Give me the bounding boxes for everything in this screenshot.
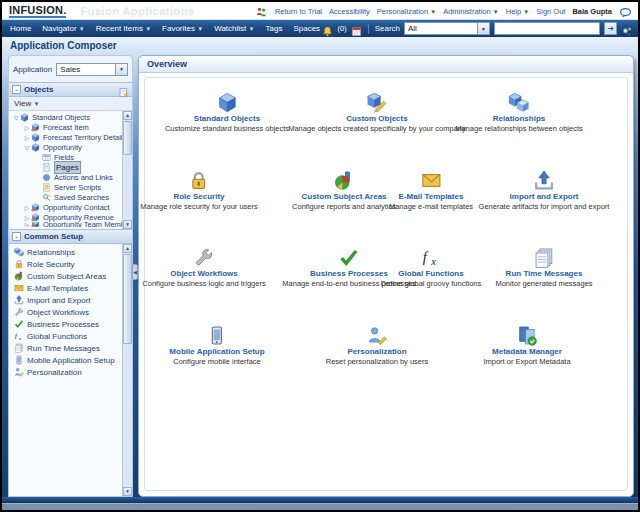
nav-item-tags[interactable]: Tags bbox=[265, 24, 282, 33]
common-setup-item-mobile-application-setup[interactable]: Mobile Application Setup bbox=[9, 354, 122, 366]
search-go-button[interactable]: ➜ bbox=[604, 22, 617, 35]
collapsed-triangle-icon[interactable]: ▷ bbox=[23, 222, 31, 227]
search-input[interactable] bbox=[494, 22, 600, 35]
tile-import-and-export[interactable]: Import and ExportGenerate artifacts for … bbox=[479, 170, 610, 211]
common-setup-item-business-processes[interactable]: Business Processes bbox=[9, 318, 122, 330]
collapse-objects-icon[interactable]: ⌄ bbox=[12, 85, 21, 94]
scroll-down-icon[interactable]: ▼ bbox=[123, 220, 132, 229]
tile-relationships[interactable]: RelationshipsManage relationships betwee… bbox=[455, 92, 583, 133]
scroll-up-icon[interactable]: ▲ bbox=[123, 244, 132, 253]
top-link-administration[interactable]: Administration ▼ bbox=[443, 7, 499, 16]
lock-icon bbox=[14, 259, 24, 269]
advanced-search-icon[interactable] bbox=[621, 23, 632, 34]
nav-item-watchlist[interactable]: Watchlist ▼ bbox=[214, 24, 254, 33]
top-link-help[interactable]: Help ▼ bbox=[506, 7, 529, 16]
application-select[interactable]: Sales▼ bbox=[56, 63, 128, 76]
tile-title[interactable]: Metadata Manager bbox=[483, 347, 570, 356]
common-setup-item-role-security[interactable]: Role Security bbox=[9, 258, 122, 270]
nav-item-favorites[interactable]: Favorites ▼ bbox=[162, 24, 203, 33]
tree-item-opportunity-revenue[interactable]: ▷Opportunity Revenue bbox=[9, 212, 122, 222]
nav-item-navigator[interactable]: Navigator ▼ bbox=[42, 24, 84, 33]
common-setup-item-e-mail-templates[interactable]: E-Mail Templates bbox=[9, 282, 122, 294]
tree-item-standard-objects[interactable]: ▽Standard Objects bbox=[9, 112, 122, 122]
tile-description: Customize standard business objects bbox=[165, 124, 289, 133]
common-setup-item-object-workflows[interactable]: Object Workflows bbox=[9, 306, 122, 318]
common-setup-item-run-time-messages[interactable]: Run Time Messages bbox=[9, 342, 122, 354]
tile-run-time-messages[interactable]: Run Time MessagesMonitor generated messa… bbox=[495, 247, 592, 288]
common-setup-scrollbar[interactable]: ▲ ▼ bbox=[122, 244, 132, 496]
scrollbar-thumb[interactable] bbox=[123, 254, 132, 344]
notifications-bell-icon[interactable] bbox=[322, 23, 333, 34]
new-object-icon[interactable] bbox=[118, 84, 129, 95]
top-link-return-to-trial[interactable]: Return to Trial bbox=[275, 7, 322, 16]
tile-custom-objects[interactable]: Custom ObjectsManage objects created spe… bbox=[288, 92, 466, 133]
collapsed-triangle-icon[interactable]: ▷ bbox=[23, 204, 31, 211]
tree-item-opportunity[interactable]: ▽Opportunity bbox=[9, 142, 122, 152]
top-link-sign-out[interactable]: Sign Out bbox=[536, 7, 565, 16]
tree-item-actions-and-links[interactable]: Actions and Links bbox=[9, 172, 122, 182]
tile-mobile-application-setup[interactable]: Mobile Application SetupConfigure mobile… bbox=[169, 325, 264, 366]
tile-e-mail-templates[interactable]: E-Mail TemplatesManage e-mail templates bbox=[389, 170, 473, 211]
tile-title[interactable]: Global Functions bbox=[381, 269, 481, 278]
mail-icon bbox=[421, 170, 442, 191]
fusion-applications-watermark: Fusion Applications bbox=[80, 5, 194, 17]
collapsed-triangle-icon[interactable]: ▷ bbox=[23, 124, 31, 131]
nav-item-spaces[interactable]: Spaces bbox=[293, 24, 320, 33]
tile-title[interactable]: Role Security bbox=[140, 192, 258, 201]
tile-title[interactable]: Relationships bbox=[455, 114, 583, 123]
import-icon bbox=[14, 295, 24, 305]
tree-item-forecast-territory-details[interactable]: ▷Forecast Territory Details bbox=[9, 132, 122, 142]
common-setup-list: RelationshipsRole SecurityCustom Subject… bbox=[9, 244, 132, 496]
tile-title[interactable]: Mobile Application Setup bbox=[169, 347, 264, 356]
collapsed-triangle-icon[interactable]: ▷ bbox=[23, 134, 31, 141]
tree-item-server-scripts[interactable]: Server Scripts bbox=[9, 182, 122, 192]
tree-item-pages[interactable]: Pages bbox=[9, 162, 122, 172]
tile-title[interactable]: Custom Objects bbox=[288, 114, 466, 123]
calendar-icon[interactable] bbox=[351, 23, 362, 34]
common-setup-item-global-functions[interactable]: fxGlobal Functions bbox=[9, 330, 122, 342]
tile-title[interactable]: Personalization bbox=[326, 347, 429, 356]
expanded-triangle-icon[interactable]: ▽ bbox=[23, 144, 31, 151]
tree-item-saved-searches[interactable]: Saved Searches bbox=[9, 192, 122, 202]
tile-title[interactable]: Custom Subject Areas bbox=[292, 192, 396, 201]
tile-title[interactable]: E-Mail Templates bbox=[389, 192, 473, 201]
search-scope-select[interactable]: All▼ bbox=[404, 22, 490, 35]
tile-title[interactable]: Object Workflows bbox=[142, 269, 265, 278]
tile-metadata-manager[interactable]: Metadata ManagerImport or Export Metadat… bbox=[483, 325, 570, 366]
common-setup-item-custom-subject-areas[interactable]: Custom Subject Areas bbox=[9, 270, 122, 282]
tile-title[interactable]: Import and Export bbox=[479, 192, 610, 201]
tile-global-functions[interactable]: fxGlobal FunctionsDefine global groovy f… bbox=[381, 247, 481, 288]
svg-text:x: x bbox=[18, 336, 22, 341]
common-setup-item-relationships[interactable]: Relationships bbox=[9, 246, 122, 258]
view-menu-button[interactable]: View ▼ bbox=[14, 99, 39, 108]
tree-item-forecast-item[interactable]: ▷Forecast Item bbox=[9, 122, 122, 132]
tile-title[interactable]: Standard Objects bbox=[165, 114, 289, 123]
chevron-down-icon: ▼ bbox=[145, 26, 151, 32]
search-label: Search bbox=[375, 24, 400, 33]
common-setup-item-personalization[interactable]: Personalization bbox=[9, 366, 122, 378]
scrollbar-thumb[interactable] bbox=[123, 121, 132, 155]
collapsed-triangle-icon[interactable]: ▷ bbox=[23, 214, 31, 221]
common-setup-item-label: Object Workflows bbox=[27, 308, 89, 317]
scroll-down-icon[interactable]: ▼ bbox=[123, 487, 132, 496]
top-link-personalization[interactable]: Personalization ▼ bbox=[377, 7, 436, 16]
tile-object-workflows[interactable]: Object WorkflowsConfigure business logic… bbox=[142, 247, 265, 288]
tile-personalization[interactable]: PersonalizationReset personalization by … bbox=[326, 325, 429, 366]
tile-role-security[interactable]: Role SecurityManage role security for yo… bbox=[140, 170, 258, 211]
top-link-accessibility[interactable]: Accessibility bbox=[329, 7, 370, 16]
common-setup-item-import-and-export[interactable]: Import and Export bbox=[9, 294, 122, 306]
tree-item-opportunity-contact[interactable]: ▷Opportunity Contact bbox=[9, 202, 122, 212]
expanded-triangle-icon[interactable]: ▽ bbox=[12, 114, 20, 121]
collapse-common-setup-icon[interactable]: ⌄ bbox=[12, 232, 21, 241]
tile-title[interactable]: Run Time Messages bbox=[495, 269, 592, 278]
tree-scrollbar[interactable]: ▲ ▼ bbox=[122, 111, 132, 229]
tile-custom-subject-areas[interactable]: Custom Subject AreasConfigure reports an… bbox=[292, 170, 396, 211]
notification-count: (0) bbox=[337, 24, 346, 33]
tile-standard-objects[interactable]: Standard ObjectsCustomize standard busin… bbox=[165, 92, 289, 133]
wrench-icon bbox=[14, 307, 24, 317]
scroll-up-icon[interactable]: ▲ bbox=[123, 111, 132, 120]
nav-item-home[interactable]: Home bbox=[10, 24, 31, 33]
tree-item-opportunity-team-member[interactable]: ▷Opportunity Team Member bbox=[9, 222, 122, 227]
lock-icon bbox=[189, 170, 210, 191]
nav-item-recent-items[interactable]: Recent Items ▼ bbox=[96, 24, 151, 33]
